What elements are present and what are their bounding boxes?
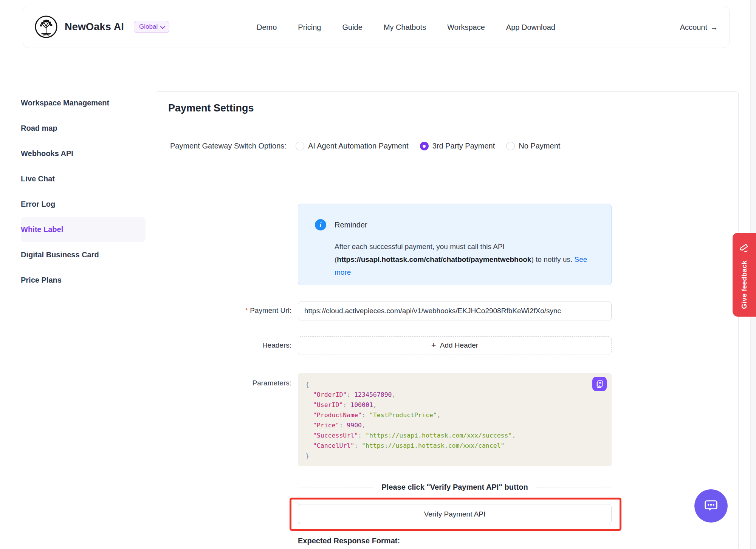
chevron-down-icon — [160, 24, 166, 29]
give-feedback-label: Give feedback — [741, 260, 748, 309]
payment-settings-card: Payment Settings Payment Gateway Switch … — [156, 91, 739, 549]
nav-item-workspace[interactable]: Workspace — [447, 23, 485, 32]
sidebar-item-price-plans[interactable]: Price Plans — [21, 268, 146, 293]
radio-icon — [296, 142, 304, 150]
nav-item-my-chatbots[interactable]: My Chatbots — [384, 23, 426, 32]
radio-ai-agent-automation-payment[interactable]: AI Agent Automation Payment — [296, 142, 409, 150]
gateway-switch-row: Payment Gateway Switch Options: AI Agent… — [170, 142, 572, 150]
radio-3rd-party-payment[interactable]: 3rd Party Payment — [420, 142, 495, 150]
reminder-title: Reminder — [335, 221, 367, 229]
copy-parameters-button[interactable] — [592, 377, 607, 391]
nav-item-demo[interactable]: Demo — [257, 23, 277, 32]
plus-icon: + — [431, 341, 436, 350]
settings-sidebar: Workspace Management Road map Webhooks A… — [21, 90, 146, 293]
sidebar-item-workspace-management[interactable]: Workspace Management — [21, 90, 146, 116]
brand-home-link[interactable]: NewOaks AI — [34, 15, 124, 39]
oak-tree-logo-icon — [34, 15, 58, 39]
verify-payment-api-button[interactable]: Verify Payment API — [298, 504, 612, 524]
divider-line — [536, 487, 612, 487]
payment-url-label: *Payment Url: — [156, 306, 291, 315]
pencil-icon — [739, 241, 750, 253]
add-header-button[interactable]: + Add Header — [298, 336, 612, 354]
sidebar-item-road-map[interactable]: Road map — [21, 116, 146, 141]
radio-no-payment[interactable]: No Payment — [506, 142, 560, 150]
parameters-code-block: { "OrderID": 1234567890, "UserID": 10000… — [298, 373, 612, 466]
copy-document-icon — [595, 380, 604, 388]
nav-item-guide[interactable]: Guide — [342, 23, 363, 32]
info-icon: i — [315, 219, 326, 230]
expected-response-label: Expected Response Format: — [298, 537, 400, 545]
sidebar-item-digital-business-card[interactable]: Digital Business Card — [21, 242, 146, 268]
chat-bubble-icon — [702, 497, 720, 515]
top-header: NewOaks AI Global Demo Pricing Guide My … — [23, 6, 730, 48]
give-feedback-tab[interactable]: Give feedback — [733, 233, 756, 317]
parameters-json: { "OrderID": 1234567890, "UserID": 10000… — [305, 379, 604, 461]
gateway-switch-label: Payment Gateway Switch Options: — [170, 142, 287, 150]
radio-selected-icon — [420, 142, 429, 150]
parameters-label: Parameters: — [156, 379, 291, 387]
nav-item-pricing[interactable]: Pricing — [298, 23, 321, 32]
main-nav: Demo Pricing Guide My Chatbots Workspace… — [257, 6, 555, 48]
sidebar-item-webhooks-api[interactable]: Webhooks API — [21, 141, 146, 166]
brand-name: NewOaks AI — [65, 21, 124, 33]
sidebar-item-white-label[interactable]: White Label — [21, 217, 146, 242]
radio-icon — [506, 142, 515, 150]
chat-widget-button[interactable] — [694, 489, 728, 523]
sidebar-item-live-chat[interactable]: Live Chat — [21, 166, 146, 192]
verify-hint-text: Please click "Verify Payment API" button — [381, 483, 528, 492]
divider-line — [298, 487, 373, 487]
webhook-api-url: https://usapi.hottask.com/chat/chatbot/p… — [337, 255, 531, 263]
reminder-body: After each successful payment, you must … — [335, 240, 598, 279]
reminder-alert: i Reminder After each successful payment… — [298, 204, 612, 285]
region-selector[interactable]: Global — [134, 21, 169, 33]
account-button[interactable]: Account → — [680, 6, 718, 48]
region-label: Global — [139, 23, 158, 31]
payment-url-input[interactable] — [298, 302, 612, 320]
card-header: Payment Settings — [156, 92, 738, 125]
nav-item-app-download[interactable]: App Download — [506, 23, 555, 32]
sidebar-item-error-log[interactable]: Error Log — [21, 192, 146, 217]
verify-hint-divider: Please click "Verify Payment API" button — [298, 483, 612, 492]
required-asterisk: * — [245, 306, 248, 314]
headers-label: Headers: — [156, 341, 291, 350]
arrow-right-icon: → — [710, 23, 718, 32]
page-title: Payment Settings — [168, 102, 254, 114]
account-label: Account — [680, 23, 707, 32]
